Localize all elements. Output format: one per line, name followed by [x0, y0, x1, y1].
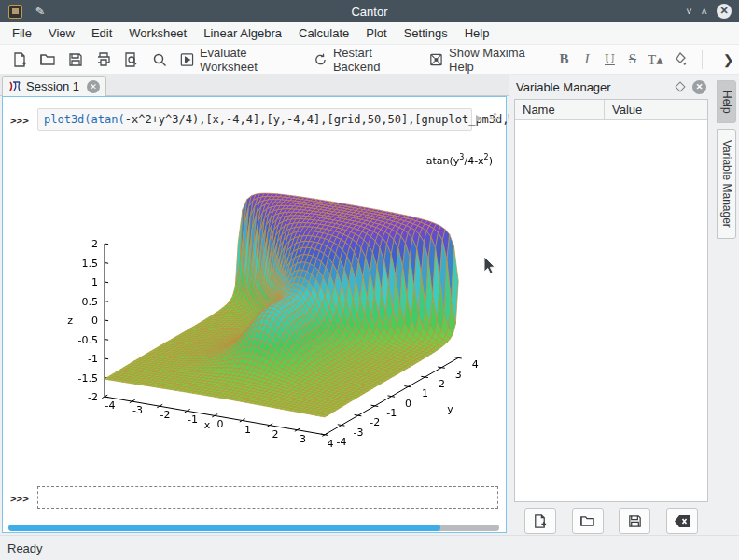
backspace-clear-icon [674, 514, 691, 528]
status-text: Ready [7, 541, 43, 555]
strikethrough-button[interactable]: S [621, 51, 644, 67]
move-entry-icon[interactable] [489, 112, 501, 124]
folder-icon [579, 513, 595, 529]
evaluate-worksheet-button[interactable]: Evaluate Worksheet [174, 42, 307, 77]
text-color-button[interactable] [667, 48, 694, 71]
empty-command-entry[interactable] [37, 486, 498, 509]
load-variables-button[interactable] [572, 508, 604, 534]
variable-manager-panel: Variable Manager ✕ Name Value [509, 75, 714, 535]
menu-view[interactable]: View [40, 23, 83, 43]
italic-button[interactable]: I [576, 51, 598, 67]
print-preview-button[interactable] [118, 48, 146, 72]
new-variable-button[interactable] [524, 508, 556, 534]
cantor-window: ✏ Cantor ˅ ˄ ✕ File View Edit Worksheet … [0, 0, 739, 560]
plot-result: atan(y3/4-x2) [37, 138, 504, 472]
maximize-button[interactable]: ˄ [702, 6, 707, 17]
restart-icon [313, 51, 328, 68]
save-button[interactable] [62, 48, 90, 72]
titlebar: ✏ Cantor ˅ ˄ ✕ [0, 0, 739, 22]
maxima-session-icon [8, 80, 21, 92]
menu-edit[interactable]: Edit [83, 23, 120, 43]
search-icon [151, 51, 168, 68]
new-variable-icon [532, 513, 548, 529]
variables-table: Name Value [514, 99, 708, 502]
open-folder-icon [39, 51, 56, 68]
play-icon [179, 51, 195, 68]
panel-close-icon[interactable]: ✕ [692, 80, 706, 94]
dock-tab-help[interactable]: Help [717, 80, 736, 123]
menu-help[interactable]: Help [456, 23, 498, 43]
column-header-value[interactable]: Value [605, 100, 649, 119]
save-icon [67, 51, 84, 68]
window-title: Cantor [0, 5, 739, 19]
plot-title: atan(y3/4-x2) [426, 153, 493, 167]
restart-backend-button[interactable]: Restart Backend [307, 42, 423, 77]
save-variables-button[interactable] [619, 508, 650, 534]
new-document-icon [11, 51, 28, 68]
printer-icon [95, 51, 112, 68]
progress-fill [8, 525, 440, 531]
tab-session-1[interactable]: Session 1 ✕ [2, 76, 106, 96]
menu-calculate[interactable]: Calculate [290, 23, 357, 43]
worksheet-tabbar: Session 1 ✕ [0, 75, 509, 96]
panel-title: Variable Manager [516, 80, 611, 94]
session-progress-bar [8, 525, 499, 531]
toolbar-overflow-button[interactable]: ❯ [723, 52, 734, 67]
toolbar: Evaluate Worksheet Restart Backend Show … [0, 45, 739, 75]
dock-tab-strip: Help Variable Manager [714, 75, 739, 535]
prompt-1: >>> [10, 115, 29, 127]
tab-close-icon[interactable]: ✕ [87, 80, 100, 93]
new-worksheet-button[interactable] [6, 48, 34, 72]
bold-button[interactable]: B [552, 51, 575, 67]
menu-linear-algebra[interactable]: Linear Algebra [195, 23, 290, 43]
tab-label: Session 1 [26, 79, 79, 93]
mouse-cursor [483, 256, 496, 274]
minimize-button[interactable]: ˅ [686, 6, 691, 17]
menu-worksheet[interactable]: Worksheet [120, 23, 195, 43]
open-worksheet-button[interactable] [34, 48, 62, 72]
plot3d-surface-canvas [37, 138, 504, 472]
column-header-name[interactable]: Name [515, 100, 605, 119]
prompt-2: >>> [10, 493, 29, 505]
worksheet-view: >>> plot3d(atan(-x^2+y^3/4),[x,-4,4],[y,… [2, 96, 507, 533]
menu-file[interactable]: File [4, 23, 40, 43]
dock-tab-variable-manager[interactable]: Variable Manager [717, 129, 736, 239]
font-size-button[interactable]: T▴ [644, 51, 666, 68]
clear-variables-button[interactable] [666, 508, 698, 534]
float-panel-icon[interactable] [675, 81, 685, 91]
fill-color-icon [673, 51, 689, 67]
save-variables-icon [627, 513, 643, 529]
statusbar: Ready [0, 535, 739, 560]
underline-button[interactable]: U [598, 51, 620, 67]
run-entry-icon[interactable] [475, 114, 483, 123]
menu-settings[interactable]: Settings [396, 23, 456, 43]
search-button[interactable] [146, 48, 174, 72]
maxima-help-icon [428, 51, 444, 68]
command-entry[interactable]: plot3d(atan(-x^2+y^3/4),[x,-4,4],[y,-4,4… [37, 108, 472, 131]
close-button[interactable]: ✕ [717, 4, 732, 19]
print-button[interactable] [90, 48, 118, 72]
show-maxima-help-button[interactable]: Show Maxima Help [423, 42, 552, 77]
menu-plot[interactable]: Plot [357, 23, 395, 43]
print-preview-icon [123, 51, 140, 68]
